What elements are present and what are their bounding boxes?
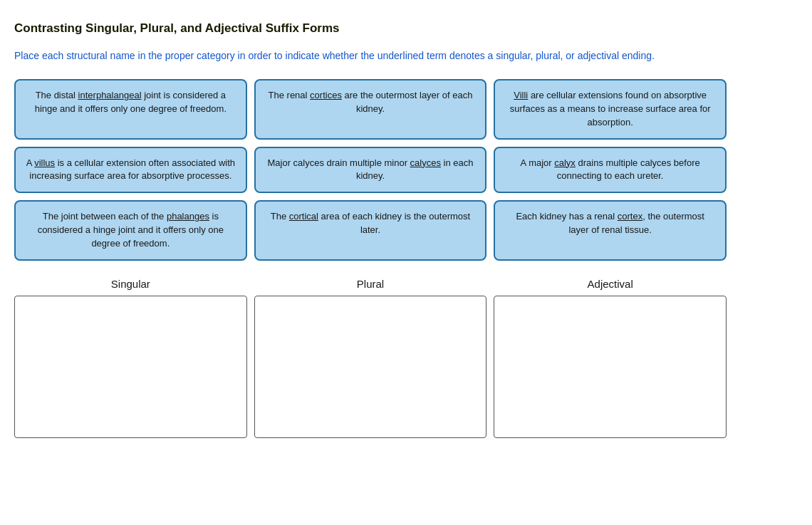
page-title: Contrasting Singular, Plural, and Adject… — [14, 21, 798, 36]
drop-zone-label-adjectival: Adjectival — [588, 278, 633, 290]
draggable-card[interactable]: A major calyx drains multiple calyces be… — [494, 147, 727, 194]
draggable-card[interactable]: Each kidney has a renal cortex, the oute… — [494, 200, 727, 261]
draggable-card[interactable]: A villus is a cellular extension often a… — [14, 147, 247, 194]
draggable-card[interactable]: The distal interphalangeal joint is cons… — [14, 79, 247, 140]
drop-zone-container-plural: Plural — [254, 278, 487, 438]
drop-zone-container-singular: Singular — [14, 278, 247, 438]
draggable-card[interactable]: Villi are cellular extensions found on a… — [494, 79, 727, 140]
instructions-text: Place each structural name in the proper… — [14, 48, 798, 63]
draggable-card[interactable]: The joint between each of the phalanges … — [14, 200, 247, 261]
drop-zone-plural[interactable] — [254, 296, 487, 438]
drop-zone-adjectival[interactable] — [494, 296, 727, 438]
draggable-card[interactable]: The cortical area of each kidney is the … — [254, 200, 487, 261]
drop-zone-container-adjectival: Adjectival — [494, 278, 727, 438]
drop-zone-label-plural: Plural — [357, 278, 384, 290]
card-grid: The distal interphalangeal joint is cons… — [14, 79, 727, 261]
drop-zone-row: SingularPluralAdjectival — [14, 278, 727, 438]
draggable-card[interactable]: Major calyces drain multiple minor calyc… — [254, 147, 487, 194]
draggable-card[interactable]: The renal cortices are the outermost lay… — [254, 79, 487, 140]
drop-zone-singular[interactable] — [14, 296, 247, 438]
drop-zone-label-singular: Singular — [111, 278, 150, 290]
